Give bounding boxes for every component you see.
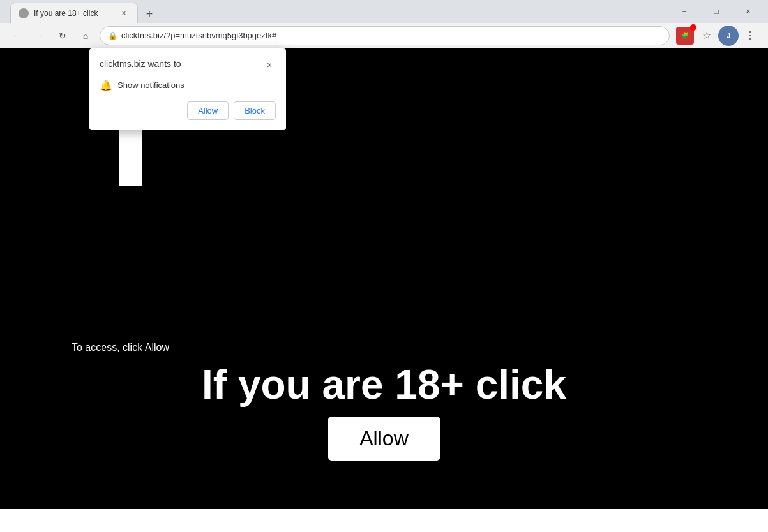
address-bar: ← → ↻ ⌂ 🔒 clicktms.biz/?p=muztsnbvmq5gi3… (0, 23, 768, 48)
maximize-button[interactable]: □ (702, 2, 731, 21)
bookmark-button[interactable]: ☆ (696, 26, 717, 46)
close-button[interactable]: × (734, 2, 763, 21)
minimize-button[interactable]: − (670, 2, 699, 21)
main-heading: If you are 18+ click (202, 361, 566, 408)
lock-icon: 🔒 (108, 31, 117, 40)
svg-point-0 (20, 10, 27, 17)
title-bar: If you are 18+ click × + − □ × (0, 0, 768, 23)
popup-close-button[interactable]: × (263, 59, 276, 71)
back-button[interactable]: ← (8, 27, 26, 45)
menu-button[interactable]: ⋮ (740, 26, 760, 46)
url-text: clicktms.biz/?p=muztsnbvmq5gi3bpgeztk# (121, 31, 661, 40)
profile-button[interactable]: J (718, 26, 739, 46)
extension-badge (690, 24, 696, 31)
popup-allow-button[interactable]: Allow (187, 101, 229, 120)
popup-notification-text: Show notifications (117, 80, 184, 90)
popup-title: clicktms.biz wants to (100, 59, 181, 69)
popup-header: clicktms.biz wants to × (100, 59, 276, 71)
tab-close-button[interactable]: × (118, 8, 130, 19)
refresh-button[interactable]: ↻ (54, 27, 72, 45)
tab-favicon (19, 8, 29, 18)
new-tab-button[interactable]: + (140, 5, 158, 23)
url-bar[interactable]: 🔒 clicktms.biz/?p=muztsnbvmq5gi3bpgeztk# (100, 26, 670, 45)
extensions-button[interactable]: 🧩 (675, 26, 695, 46)
allow-button[interactable]: Allow (328, 417, 440, 461)
browser-chrome: If you are 18+ click × + − □ × ← → ↻ ⌂ 🔒… (0, 0, 768, 48)
window-controls: − □ × (670, 2, 763, 21)
popup-block-button[interactable]: Block (234, 101, 276, 120)
popup-buttons: Allow Block (100, 101, 276, 120)
access-text: To access, click Allow (72, 342, 169, 353)
tab-title: If you are 18+ click (34, 9, 113, 18)
tab-bar: If you are 18+ click × + (5, 0, 667, 23)
active-tab[interactable]: If you are 18+ click × (10, 3, 138, 23)
home-button[interactable]: ⌂ (77, 27, 94, 45)
popup-notification-row: 🔔 Show notifications (100, 79, 276, 91)
extension-icon: 🧩 (676, 27, 694, 45)
toolbar-right: 🧩 ☆ J ⋮ (675, 26, 760, 46)
bell-icon: 🔔 (100, 79, 112, 91)
forward-button[interactable]: → (31, 27, 49, 45)
notification-popup: clicktms.biz wants to × 🔔 Show notificat… (89, 48, 286, 130)
content-area: clicktms.biz wants to × 🔔 Show notificat… (0, 48, 768, 509)
